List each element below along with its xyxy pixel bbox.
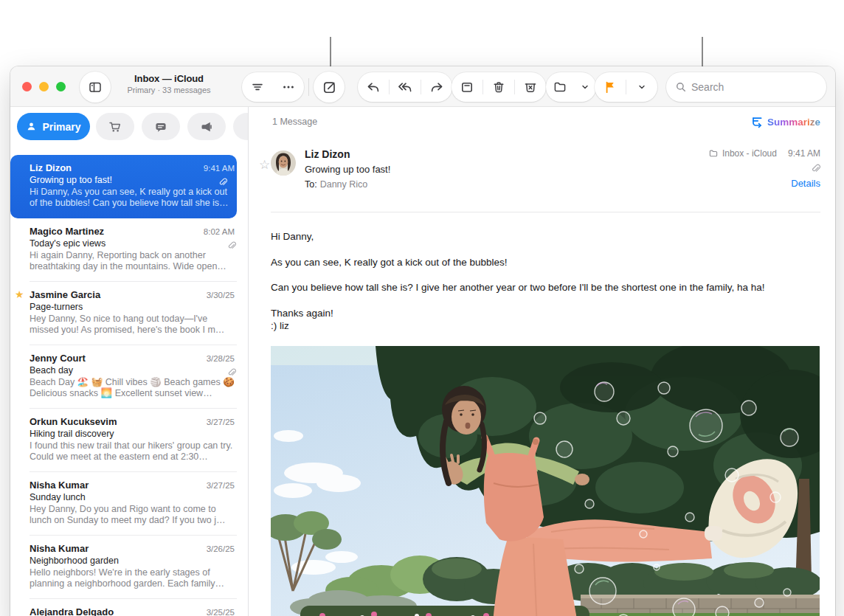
category-tab-partial[interactable] <box>233 113 248 140</box>
message-subject: Growing up too fast! <box>30 175 235 185</box>
toolbar: Inbox — iCloud Primary · 33 messages <box>10 66 835 107</box>
window-title-block: Inbox — iCloud Primary · 33 messages <box>114 73 224 94</box>
reading-pane: 1 Message Summarize ☆ <box>249 107 835 616</box>
message-row[interactable]: Magico Martinez 8:02 AM Today's epic vie… <box>10 218 248 282</box>
delete-button[interactable] <box>483 72 514 102</box>
body-greeting: Hi Danny, <box>271 230 820 243</box>
archive-group <box>452 72 546 102</box>
person-icon <box>26 121 37 132</box>
recipient-line: To:Danny Rico <box>305 179 390 190</box>
message-preview: I found this new trail that our hikers' … <box>30 440 235 463</box>
message-row[interactable]: Orkun Kucuksevim 3/27/25 Hiking trail di… <box>10 409 248 472</box>
details-link[interactable]: Details <box>708 178 820 189</box>
message-row[interactable]: Nisha Kumar 3/27/25 Sunday lunch Hey Dan… <box>10 472 248 536</box>
message-row[interactable]: ★ Jasmine Garcia 3/30/25 Page-turners He… <box>10 282 248 345</box>
mailbox-folder-icon <box>708 148 719 159</box>
recipient-name[interactable]: Danny Rico <box>320 179 368 190</box>
message-time: 8:02 AM <box>204 227 235 236</box>
summarize-label: Summarize <box>767 117 820 128</box>
content-area: Primary <box>10 107 835 616</box>
move-to-folder-group <box>546 72 596 102</box>
message-sender: Jenny Court <box>30 353 86 364</box>
message-sender: Liz Dizon <box>30 162 72 173</box>
message-count-bar: 1 Message Summarize <box>249 107 835 136</box>
photo-attachment[interactable] <box>271 346 820 616</box>
reply-all-icon <box>398 80 412 94</box>
attachment-icon <box>218 176 227 190</box>
compose-button[interactable] <box>314 72 345 103</box>
category-filter-row: Primary <box>10 107 248 148</box>
message-time: 3/30/25 <box>207 291 235 300</box>
message-time: 3/27/25 <box>207 418 235 426</box>
message-subject: Today's epic views <box>30 238 235 249</box>
category-tab-updates[interactable] <box>142 113 180 140</box>
chevron-down-icon <box>581 83 589 91</box>
forward-button[interactable] <box>421 72 452 102</box>
body-line2: Can you believe how tall she is? I give … <box>271 281 820 294</box>
folder-menu-chevron[interactable] <box>574 72 596 102</box>
starred-icon: ★ <box>15 288 24 300</box>
junk-button[interactable] <box>515 72 546 102</box>
message-preview: Beach Day 🏖️ 🧺 Chill vibes 🏐 Beach games… <box>30 377 235 399</box>
minimize-window-button[interactable] <box>39 82 49 91</box>
photo-girl-with-bubbles <box>271 346 820 616</box>
toolbar-separator <box>308 78 309 96</box>
message-sender: Alejandra Delgado <box>30 606 114 616</box>
junk-icon <box>523 80 538 94</box>
message-preview: Hello neighbors! We're in the early stag… <box>30 567 235 589</box>
message-sender: Nisha Kumar <box>30 480 89 491</box>
zoom-window-button[interactable] <box>56 82 66 91</box>
filter-icon <box>250 80 265 94</box>
flag-menu-chevron[interactable] <box>626 72 657 102</box>
reply-button[interactable] <box>358 72 389 102</box>
message-sender: Nisha Kumar <box>30 543 89 554</box>
message-body: Hi Danny, As you can see, K really got a… <box>249 212 835 346</box>
message-time: 3/28/25 <box>207 354 235 363</box>
archive-button[interactable] <box>452 72 482 102</box>
category-tab-promotions[interactable] <box>187 113 226 140</box>
window-subtitle: Primary · 33 messages <box>114 86 224 94</box>
mail-window: Inbox — iCloud Primary · 33 messages <box>10 66 835 616</box>
archive-icon <box>460 80 474 94</box>
message-row[interactable]: Jenny Court 3/28/25 Beach day Beach Day … <box>10 345 248 409</box>
avatar <box>271 150 296 179</box>
flag-group <box>595 72 657 102</box>
message-row-selected[interactable]: Liz Dizon 9:41 AM Growing up too fast! H… <box>10 155 237 218</box>
flag-button[interactable] <box>595 72 626 102</box>
body-signoff: :) liz <box>271 319 820 333</box>
category-tab-primary[interactable]: Primary <box>17 113 90 140</box>
mailbox-name: Inbox - iCloud <box>722 148 777 159</box>
message-header: ☆ <box>259 147 820 212</box>
filter-button[interactable] <box>242 72 273 102</box>
attachment-icon <box>226 367 236 380</box>
forward-icon <box>429 80 444 94</box>
toggle-sidebar-button[interactable] <box>80 72 111 103</box>
search-icon <box>675 81 687 93</box>
close-window-button[interactable] <box>22 82 32 91</box>
search-field[interactable] <box>666 72 826 102</box>
star-outline-icon[interactable]: ☆ <box>259 157 270 173</box>
cart-icon <box>108 120 122 134</box>
category-tab-purchases[interactable] <box>96 113 134 140</box>
reply-all-button[interactable] <box>390 72 421 102</box>
message-preview: Hi Danny, As you can see, K really got a… <box>30 187 235 209</box>
message-time: 9:41 AM <box>788 148 820 159</box>
message-list: Liz Dizon 9:41 AM Growing up too fast! H… <box>10 155 248 616</box>
attachment-icon <box>226 240 236 253</box>
more-actions-button[interactable] <box>273 72 304 102</box>
search-input[interactable] <box>691 81 809 93</box>
message-time: 3/26/25 <box>207 544 235 553</box>
reply-group <box>358 72 452 102</box>
message-subject: Page-turners <box>30 302 235 312</box>
move-to-folder-button[interactable] <box>546 72 574 102</box>
summarize-button[interactable]: Summarize <box>751 116 820 128</box>
callout-line-search <box>702 37 703 68</box>
callout-line-compose <box>330 37 331 68</box>
summarize-icon <box>751 116 764 128</box>
flag-icon <box>603 80 618 94</box>
attachment-icon <box>708 163 820 173</box>
message-row[interactable]: Nisha Kumar 3/26/25 Neighborhood garden … <box>10 536 248 599</box>
sender-name: Liz Dizon <box>305 148 390 160</box>
message-row[interactable]: Alejandra Delgado 3/25/25 <box>10 599 248 616</box>
message-subject: Neighborhood garden <box>30 556 235 566</box>
